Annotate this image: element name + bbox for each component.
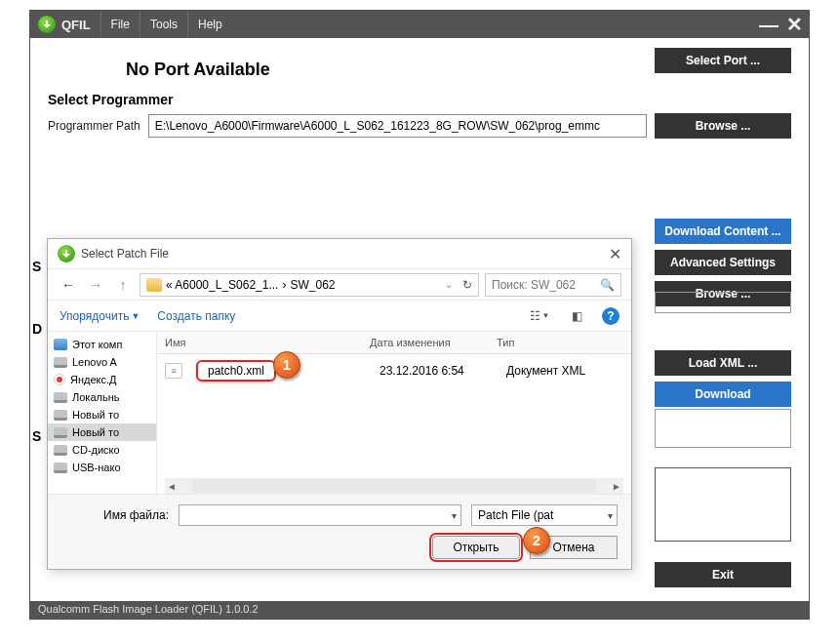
load-xml-button[interactable]: Load XML ... <box>655 350 791 376</box>
partial-label-s: S <box>32 259 41 274</box>
monitor-icon <box>54 339 67 350</box>
new-folder-button[interactable]: Создать папку <box>157 309 235 323</box>
file-dialog: Select Patch File ✕ ← → ↑ « A6000_L_S062… <box>47 238 632 570</box>
search-icon: 🔍 <box>600 278 615 292</box>
preview-pane-icon[interactable]: ◧ <box>565 306 588 326</box>
yandex-icon <box>54 374 65 385</box>
menu-file[interactable]: File <box>100 11 140 38</box>
tree-item[interactable]: USB-нако <box>48 459 156 476</box>
disk-icon <box>54 410 67 421</box>
scroll-left-icon[interactable]: ◄ <box>165 481 179 492</box>
tree-item-label: Новый то <box>72 426 119 438</box>
tree-item[interactable]: Новый то <box>48 406 156 423</box>
select-port-button[interactable]: Select Port ... <box>655 48 791 73</box>
disk-icon <box>54 357 67 368</box>
section-programmer-title: Select Programmer <box>48 92 791 107</box>
breadcrumb-pre: « A6000_L_S062_1... <box>166 278 278 292</box>
filename-label: Имя файла: <box>61 508 169 522</box>
minimize-icon[interactable]: — <box>759 15 779 34</box>
advanced-settings-button[interactable]: Advanced Settings <box>655 250 791 275</box>
tree-item[interactable]: Яндекс.Д <box>48 371 156 388</box>
app-icon <box>38 16 56 33</box>
menu-bar: File Tools Help <box>100 11 232 38</box>
tree-item[interactable]: Локальнь <box>48 388 156 406</box>
partial-label-s2: S <box>32 428 41 444</box>
folder-tree: Этот компLenovo AЯндекс.ДЛокальньНовый т… <box>48 332 157 494</box>
exit-button[interactable]: Exit <box>655 562 791 587</box>
disk-icon <box>54 427 67 438</box>
download-content-button[interactable]: Download Content ... <box>655 219 791 244</box>
breadcrumb-leaf: SW_062 <box>290 278 335 292</box>
dialog-title-bar: Select Patch File ✕ <box>48 239 631 268</box>
tree-item-label: USB-нако <box>72 462 121 473</box>
disk-icon <box>54 463 67 473</box>
open-button[interactable]: Открыть <box>432 536 520 559</box>
search-placeholder: Поиск: SW_062 <box>492 278 576 292</box>
programmer-path-input[interactable] <box>148 114 647 138</box>
app-title: QFIL <box>61 18 91 32</box>
programmer-path-label: Programmer Path <box>48 119 140 133</box>
scroll-right-icon[interactable]: ► <box>610 481 623 492</box>
file-name: patch0.xml <box>196 360 276 382</box>
file-type: Документ XML <box>499 362 631 380</box>
tree-item-label: Новый то <box>72 409 119 421</box>
tree-item[interactable]: Этот комп <box>48 336 156 353</box>
breadcrumb-sep: › <box>282 278 286 292</box>
log-box <box>655 467 791 542</box>
disk-icon <box>54 392 67 403</box>
menu-help[interactable]: Help <box>187 11 232 38</box>
filename-combo[interactable] <box>179 504 461 526</box>
dialog-close-icon[interactable]: ✕ <box>609 245 621 263</box>
nav-forward-icon[interactable]: → <box>85 274 106 296</box>
organize-menu[interactable]: Упорядочить ▼ <box>60 309 140 323</box>
status-bar: Qualcomm Flash Image Loader (QFIL) 1.0.0… <box>30 601 809 619</box>
filter-combo[interactable]: Patch File (pat <box>471 504 618 526</box>
tree-item[interactable]: CD-диско <box>48 441 156 459</box>
refresh-icon[interactable]: ↻ <box>462 278 472 292</box>
textbox-stub1 <box>655 292 791 313</box>
disk-icon <box>54 445 67 456</box>
menu-tools[interactable]: Tools <box>140 11 187 38</box>
tree-item-label: Lenovo A <box>72 356 117 368</box>
nav-back-icon[interactable]: ← <box>58 274 79 296</box>
callout-1: 1 <box>273 351 300 379</box>
dialog-app-icon <box>58 245 75 262</box>
col-type[interactable]: Тип <box>489 332 631 353</box>
tree-item[interactable]: Lenovo A <box>48 353 156 371</box>
tree-item-label: Этот комп <box>72 339 122 350</box>
window-controls: — ✕ <box>759 15 809 34</box>
dialog-body: Этот компLenovo AЯндекс.ДЛокальньНовый т… <box>48 331 631 494</box>
file-list-header: Имя Дата изменения Тип <box>157 332 631 354</box>
file-date: 23.12.2016 6:54 <box>372 362 499 380</box>
folder-icon <box>146 278 162 292</box>
close-icon[interactable]: ✕ <box>786 15 803 34</box>
scroll-track[interactable] <box>192 479 596 493</box>
nav-up-icon[interactable]: ↑ <box>112 274 134 296</box>
view-mode-icon[interactable]: ☷ ▼ <box>528 306 551 326</box>
col-date[interactable]: Дата изменения <box>362 332 489 353</box>
textbox-stub2 <box>655 409 791 448</box>
tree-item-label: CD-диско <box>72 444 120 456</box>
breadcrumb-dropdown-icon[interactable]: ⌄ <box>445 279 453 290</box>
dialog-nav: ← → ↑ « A6000_L_S062_1... › SW_062 ⌄ ↻ П… <box>48 268 631 300</box>
dialog-title: Select Patch File <box>81 247 169 261</box>
tree-item-label: Яндекс.Д <box>70 374 117 385</box>
tree-item-label: Локальнь <box>72 391 119 403</box>
xml-file-icon: ≡ <box>165 363 182 379</box>
dialog-toolbar: Упорядочить ▼ Создать папку ☷ ▼ ◧ ? <box>48 300 631 331</box>
browse-programmer-button[interactable]: Browse ... <box>655 113 791 139</box>
help-icon[interactable]: ? <box>602 307 619 325</box>
file-row[interactable]: ≡ patch0.xml 23.12.2016 6:54 Документ XM… <box>157 354 631 387</box>
callout-2: 2 <box>523 527 550 554</box>
title-bar: QFIL File Tools Help — ✕ <box>30 11 809 38</box>
tree-item[interactable]: Новый то <box>48 423 156 441</box>
breadcrumb[interactable]: « A6000_L_S062_1... › SW_062 ⌄ ↻ <box>140 273 479 297</box>
file-pane: Имя Дата изменения Тип ≡ patch0.xml 23.1… <box>157 332 631 494</box>
search-input[interactable]: Поиск: SW_062 🔍 <box>485 273 621 297</box>
download-button[interactable]: Download <box>655 382 791 407</box>
partial-label-d: D <box>32 321 42 337</box>
horizontal-scrollbar[interactable]: ◄ ► <box>165 478 623 494</box>
col-name[interactable]: Имя <box>157 332 362 353</box>
